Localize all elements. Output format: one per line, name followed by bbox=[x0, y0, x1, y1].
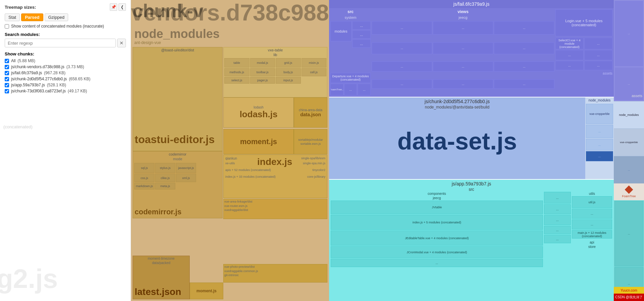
app-main12-block[interactable]: main.js + 12 modules (concatenated) bbox=[572, 230, 612, 239]
chunk-app-checkbox[interactable] bbox=[5, 83, 9, 87]
stylus-cell[interactable]: stylus.js bbox=[155, 163, 175, 173]
cell-cell[interactable]: cell.js bbox=[302, 68, 327, 76]
app-dots1[interactable]: ... bbox=[331, 259, 543, 267]
fv10[interactable]: ... bbox=[372, 79, 432, 89]
am4[interactable]: ... bbox=[544, 226, 571, 234]
fail-login-block[interactable]: Login.vue + 5 modules (concatenated) bbox=[555, 9, 612, 36]
am1[interactable]: ... bbox=[544, 192, 571, 204]
fl6[interactable]: ... bbox=[584, 61, 612, 70]
chunk2d-vue-item[interactable]: vue-cropperble bbox=[586, 104, 613, 124]
fl4[interactable]: ... bbox=[584, 50, 612, 60]
parsed-button[interactable]: Parsed bbox=[21, 13, 43, 21]
fv12[interactable]: ... bbox=[494, 79, 554, 89]
fv1[interactable]: ... bbox=[372, 21, 432, 35]
fr-mid3[interactable]: ... bbox=[614, 156, 644, 183]
am2[interactable]: ... bbox=[544, 204, 571, 214]
app-panel[interactable]: js/app.59a793b7.js src components jeecg … bbox=[329, 180, 614, 301]
fv7[interactable]: ... bbox=[372, 61, 432, 72]
fail-panel[interactable]: js/fail.6fc379a9.js src system modules .… bbox=[329, 0, 614, 97]
fl5[interactable]: ... bbox=[555, 61, 584, 70]
fra1[interactable]: ... bbox=[614, 201, 643, 267]
lodash-area[interactable]: lodash lodash.js bbox=[223, 97, 294, 128]
pin-icon-button[interactable]: 📌 bbox=[110, 3, 117, 11]
app-jeditable-block[interactable]: JEditableTable.vue + 4 modules (concaten… bbox=[331, 230, 543, 246]
fr-mid1[interactable]: node_modules bbox=[614, 101, 644, 129]
vxe-area[interactable]: vxe-table lib table modal.js grid.js mix… bbox=[223, 47, 327, 97]
fv2[interactable]: ... bbox=[433, 21, 493, 35]
fail-departure-block[interactable]: Departure.vue + 4 modules (concatenated) bbox=[330, 73, 371, 83]
app-jvtable-block[interactable]: JVtable bbox=[331, 201, 543, 214]
fv4[interactable]: ... bbox=[372, 42, 432, 54]
input-cell[interactable]: input.js bbox=[276, 77, 301, 84]
index-mid-area[interactable]: sortablejs/modular sortable.esm.js bbox=[294, 129, 327, 154]
fv8[interactable]: ... bbox=[433, 61, 493, 72]
chunk-all-checkbox[interactable] bbox=[5, 59, 9, 63]
fail-dot5[interactable]: ... bbox=[358, 84, 371, 95]
clike-cell[interactable]: clike.js bbox=[155, 174, 175, 182]
stat-button[interactable]: Stat bbox=[5, 13, 20, 21]
chunk-fail-checkbox[interactable] bbox=[5, 71, 9, 75]
select-cell[interactable]: select.js bbox=[224, 77, 249, 84]
concat-checkbox[interactable] bbox=[5, 24, 9, 29]
toolbar-cell[interactable]: toolbar.js bbox=[250, 68, 275, 76]
toast-area[interactable]: @toast-ui/editor/dist toastui-editor.js bbox=[133, 47, 223, 151]
gzipped-button[interactable]: Gzipped bbox=[45, 13, 68, 21]
fv3[interactable]: ... bbox=[494, 21, 554, 35]
datajson-area[interactable]: china-area-data data.json bbox=[294, 97, 327, 128]
chunk2d-side3[interactable]: ... bbox=[586, 139, 613, 150]
am3[interactable]: ... bbox=[544, 215, 571, 225]
vue-area-row[interactable]: vue-area-linkage/dist vue-router.esm.js … bbox=[223, 199, 327, 219]
sql-cell[interactable]: sql.js bbox=[134, 163, 154, 173]
fail-dot1[interactable]: ... bbox=[352, 21, 371, 30]
fv5[interactable]: ... bbox=[433, 42, 493, 54]
grid-cell[interactable]: grid.js bbox=[276, 58, 301, 68]
javascript-cell[interactable]: javascript.js bbox=[176, 163, 196, 173]
fr-mid2[interactable]: vue-cropperble bbox=[614, 128, 644, 156]
moment-tz-area[interactable]: moment-timezone data/packed latest.json bbox=[133, 256, 190, 299]
body-cell[interactable]: body.js bbox=[276, 68, 301, 76]
chunk2d-panel[interactable]: js/chunk-2d0d5f54.277c6db0.js node_modul… bbox=[329, 97, 614, 180]
methods-cell[interactable]: methods.js bbox=[224, 68, 249, 76]
vendors-panel[interactable]: chunk-v node_modules ant-design-vue @toa… bbox=[131, 0, 329, 301]
fail-dot4[interactable]: ... bbox=[344, 84, 357, 95]
frft1[interactable]: ... bbox=[614, 1, 643, 67]
index-large-area[interactable]: index.js qiankun xe-utils apis + 52 modu… bbox=[223, 155, 327, 198]
app-util-block[interactable]: util.js bbox=[572, 196, 612, 208]
fv6[interactable]: ... bbox=[494, 42, 554, 54]
app-index5-block[interactable]: index.js + 5 modules (concatenated) bbox=[331, 215, 543, 230]
modal-cell[interactable]: modal.js bbox=[250, 58, 275, 68]
fail-dot2[interactable]: ... bbox=[352, 30, 371, 39]
table-cell[interactable]: table bbox=[224, 58, 249, 68]
fv11[interactable]: ... bbox=[433, 79, 493, 89]
fl1[interactable]: SelectCl.vue + 4 module (concatenated) bbox=[555, 38, 584, 49]
chunk-2d-checkbox[interactable] bbox=[5, 77, 9, 81]
markdown-cell[interactable]: markdown.js bbox=[134, 183, 154, 189]
pager-cell[interactable]: pager.js bbox=[250, 77, 275, 84]
collapse-icon-button[interactable]: ❬ bbox=[119, 3, 126, 11]
chunk2d-side2[interactable]: ... bbox=[586, 125, 613, 138]
fl3[interactable]: ... bbox=[555, 50, 584, 60]
fl2[interactable]: ... bbox=[584, 38, 612, 49]
fail-foam-block[interactable]: FoamTree... bbox=[330, 84, 343, 95]
fail-title: js/fail.6fc379a9.js bbox=[329, 0, 614, 8]
moment-pkg-cell[interactable]: moment.js bbox=[190, 283, 223, 299]
css-cell[interactable]: css.js bbox=[134, 174, 154, 182]
mixin-cell[interactable]: mixin.js bbox=[302, 58, 327, 68]
au2[interactable]: ... bbox=[572, 219, 612, 229]
meta-cell[interactable]: meta.js bbox=[155, 183, 175, 189]
codemirror-area[interactable]: codemirror mode sql.js stylus.js javascr… bbox=[133, 151, 223, 218]
vue-photo-area[interactable]: vue-photo-preview/dist vuedraggable.comm… bbox=[223, 264, 327, 283]
xml-cell[interactable]: xml.js bbox=[176, 174, 196, 182]
chunk2d-side4[interactable]: ... bbox=[586, 151, 613, 161]
moment-mid-area[interactable]: moment.js bbox=[223, 129, 294, 154]
search-input[interactable] bbox=[5, 39, 116, 47]
fail-modules-block[interactable]: modules bbox=[330, 21, 352, 41]
chunk-vendors-checkbox[interactable] bbox=[5, 65, 9, 69]
au1[interactable]: ... bbox=[572, 209, 612, 219]
clear-search-button[interactable]: ✕ bbox=[117, 39, 126, 47]
am5[interactable]: ... bbox=[544, 235, 571, 243]
fv9[interactable]: ... bbox=[494, 61, 554, 72]
fail-dot3[interactable]: ... bbox=[352, 39, 371, 48]
chunk-73-checkbox[interactable] bbox=[5, 89, 9, 93]
app-jcron-block[interactable]: JCronModal.vue + 4 modules (concatenated… bbox=[331, 246, 543, 258]
